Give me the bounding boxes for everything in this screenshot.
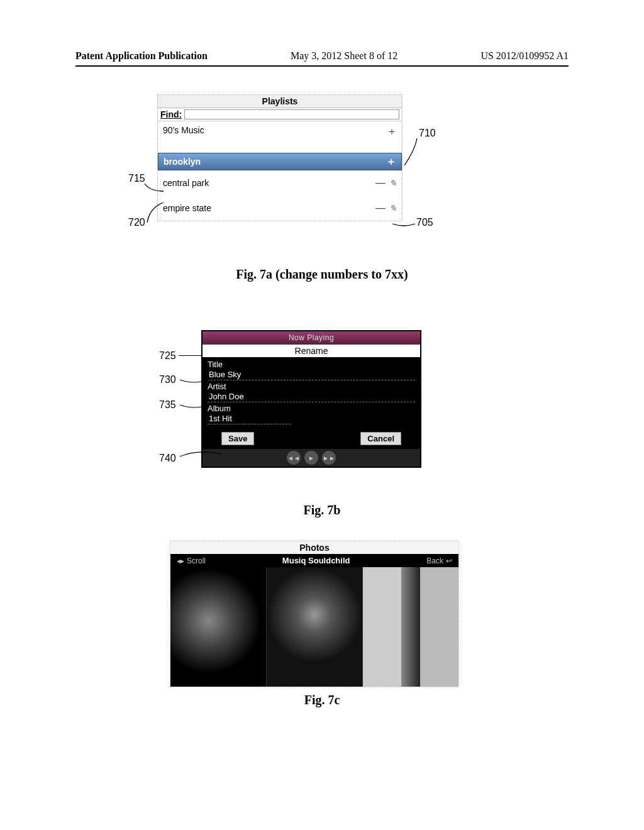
callout-715: 715 <box>128 173 145 184</box>
page-header: Patent Application Publication May 3, 20… <box>0 50 644 67</box>
list-item[interactable]: 90's Music ＋ <box>158 121 402 153</box>
artist-input[interactable] <box>208 391 415 402</box>
header-pub-number: US 2012/0109952 A1 <box>480 50 569 62</box>
callout-735-leader <box>179 402 210 411</box>
list-item[interactable]: central park — ✎ <box>158 170 402 196</box>
callout-725-leader <box>179 355 201 356</box>
scroll-label: Scroll <box>187 556 206 565</box>
fig7b-panel: Now Playing Rename Title Artist Album Sa… <box>201 330 421 468</box>
fig7c-caption: Fig. 7c <box>0 693 644 707</box>
find-input[interactable] <box>184 109 399 119</box>
photo-gallery <box>170 567 458 687</box>
back-button[interactable]: Back ↩ <box>426 556 452 565</box>
prev-icon[interactable]: ◄◄ <box>287 451 301 465</box>
now-playing-banner: Now Playing <box>203 331 420 345</box>
callout-705-leader <box>391 220 416 228</box>
fig7a-find-row: Find: <box>158 108 402 121</box>
callout-725: 725 <box>159 350 176 362</box>
callout-705: 705 <box>416 217 433 228</box>
scroll-button[interactable]: ◂▸ Scroll <box>177 556 206 565</box>
minus-icon[interactable]: — <box>375 202 386 214</box>
header-publication: Patent Application Publication <box>75 50 208 62</box>
rename-header: Rename <box>203 345 420 357</box>
fig7a-list: 90's Music ＋ brooklyn ＋ central park — ✎… <box>158 121 402 221</box>
list-item-selected[interactable]: brooklyn ＋ <box>158 153 402 170</box>
plus-icon[interactable]: ＋ <box>386 155 396 169</box>
cancel-button[interactable]: Cancel <box>360 432 401 445</box>
player-controls: ◄◄ ► ►► <box>203 449 420 467</box>
callout-710: 710 <box>419 128 436 139</box>
album-input[interactable] <box>208 413 291 424</box>
photo-thumb[interactable] <box>267 567 363 687</box>
callout-735: 735 <box>159 399 176 411</box>
fig7a-panel: Playlists Find: 90's Music ＋ brooklyn ＋ … <box>157 94 402 221</box>
header-divider <box>75 65 569 67</box>
scroll-arrows-icon: ◂▸ <box>177 556 184 565</box>
photos-toolbar: ◂▸ Scroll Musiq Souldchild Back ↩ <box>170 554 458 567</box>
list-item-label: central park <box>163 178 209 188</box>
fig7a-caption: Fig. 7a (change numbers to 7xx) <box>0 267 644 282</box>
callout-720: 720 <box>128 217 145 228</box>
rename-buttons: Save Cancel <box>203 429 420 449</box>
photo-thumb[interactable] <box>363 567 458 687</box>
callout-715-leader <box>143 182 165 194</box>
title-label: Title <box>208 360 415 369</box>
artist-label: Artist <box>208 382 415 391</box>
fig7a-title: Playlists <box>158 95 402 108</box>
back-arrow-icon: ↩ <box>446 556 452 565</box>
artist-name: Musiq Souldchild <box>282 556 350 565</box>
list-item-label: brooklyn <box>164 157 201 167</box>
save-button[interactable]: Save <box>221 432 254 445</box>
header-sheet-info: May 3, 2012 Sheet 8 of 12 <box>291 50 397 62</box>
callout-740-leader <box>179 448 223 459</box>
callout-730: 730 <box>159 374 176 385</box>
play-icon[interactable]: ► <box>304 451 318 465</box>
fig7b-caption: Fig. 7b <box>0 503 644 517</box>
pencil-icon[interactable]: ✎ <box>389 203 397 213</box>
photo-thumb[interactable] <box>170 567 267 687</box>
find-label: Find: <box>160 109 182 119</box>
rename-form: Title Artist Album <box>203 357 420 429</box>
list-item-label: 90's Music <box>163 125 204 135</box>
album-label: Album <box>208 404 415 413</box>
list-item[interactable]: empire state — ✎ <box>158 196 402 221</box>
callout-720-leader <box>146 201 165 224</box>
photos-title: Photos <box>170 541 458 554</box>
callout-730-leader <box>179 377 210 386</box>
fig7c-panel: Photos ◂▸ Scroll Musiq Souldchild Back ↩ <box>170 541 459 687</box>
title-input[interactable] <box>208 369 415 380</box>
next-icon[interactable]: ►► <box>322 451 336 465</box>
list-item-label: empire state <box>163 203 211 213</box>
plus-icon[interactable]: ＋ <box>387 125 397 138</box>
callout-710-leader <box>401 137 420 169</box>
back-label: Back <box>426 556 443 565</box>
callout-740: 740 <box>159 453 176 464</box>
minus-icon[interactable]: — <box>375 177 386 189</box>
pencil-icon[interactable]: ✎ <box>389 178 397 188</box>
